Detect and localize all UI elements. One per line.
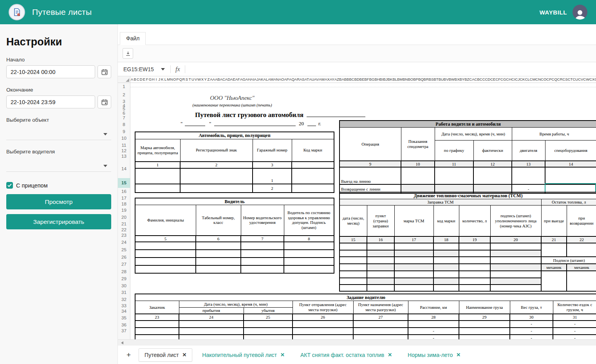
column-letter[interactable]: CV bbox=[578, 76, 583, 83]
column-letter[interactable]: CS bbox=[563, 76, 568, 83]
form-cell[interactable] bbox=[241, 242, 284, 250]
form-cell[interactable] bbox=[284, 265, 334, 273]
form-cell[interactable] bbox=[541, 243, 567, 257]
column-letter[interactable]: AM bbox=[268, 76, 273, 83]
form-cell[interactable] bbox=[340, 278, 367, 285]
form-cell[interactable] bbox=[367, 243, 394, 250]
form-cell[interactable] bbox=[241, 265, 284, 273]
horizontal-scrollbar[interactable] bbox=[118, 339, 596, 346]
form-cell[interactable] bbox=[244, 321, 293, 328]
column-letter[interactable]: CI bbox=[511, 76, 515, 83]
column-letter[interactable]: AH bbox=[246, 76, 251, 83]
form-cell[interactable] bbox=[433, 250, 459, 257]
column-letter[interactable]: CJ bbox=[515, 76, 520, 83]
column-letter[interactable]: BR bbox=[424, 76, 429, 83]
row-header[interactable]: 16 bbox=[118, 188, 130, 195]
form-cell[interactable] bbox=[284, 242, 334, 250]
form-cell[interactable] bbox=[367, 278, 394, 285]
column-letter[interactable]: BC bbox=[349, 76, 354, 83]
column-letter[interactable]: CB bbox=[475, 76, 480, 83]
column-letter[interactable]: AE bbox=[230, 76, 235, 83]
end-date-calendar-button[interactable] bbox=[98, 96, 111, 108]
form-cell[interactable] bbox=[353, 328, 408, 335]
column-letter[interactable]: AC bbox=[220, 76, 225, 83]
start-date-input[interactable] bbox=[6, 65, 95, 78]
row-header[interactable]: 22 bbox=[118, 227, 130, 232]
form-cell[interactable] bbox=[293, 335, 353, 339]
column-letter[interactable]: CL bbox=[525, 76, 529, 83]
column-letter[interactable]: AI bbox=[251, 76, 254, 83]
column-letter[interactable]: BS bbox=[429, 76, 434, 83]
form-cell[interactable] bbox=[433, 278, 459, 285]
row-header[interactable]: 19 bbox=[118, 207, 130, 214]
column-letter[interactable]: X bbox=[201, 76, 204, 83]
form-cell[interactable] bbox=[433, 243, 459, 250]
row-header[interactable]: 28 bbox=[118, 268, 130, 275]
start-date-calendar-button[interactable] bbox=[98, 65, 111, 78]
form-cell[interactable] bbox=[367, 271, 394, 278]
end-date-input[interactable] bbox=[6, 96, 95, 108]
form-cell[interactable] bbox=[459, 285, 490, 291]
form-cell[interactable] bbox=[340, 271, 367, 278]
register-button[interactable]: Зарегистрировать bbox=[6, 214, 111, 229]
column-letter[interactable]: CU bbox=[573, 76, 578, 83]
column-letter[interactable]: AS bbox=[300, 76, 305, 83]
column-letter[interactable]: BT bbox=[434, 76, 439, 83]
form-cell[interactable] bbox=[490, 271, 541, 278]
form-cell[interactable] bbox=[433, 271, 459, 278]
row-header[interactable]: 1 bbox=[118, 83, 130, 90]
row-header[interactable]: 25 bbox=[118, 246, 130, 254]
form-cell[interactable] bbox=[135, 250, 196, 258]
form-cell[interactable] bbox=[459, 321, 510, 328]
column-letter[interactable]: P bbox=[176, 76, 179, 83]
form-cell[interactable] bbox=[394, 264, 433, 271]
form-cell[interactable] bbox=[135, 335, 179, 339]
sheet-tab-akt[interactable]: АКТ снятия факт. остатка топлив ✕ bbox=[294, 348, 398, 362]
column-letter[interactable]: CK bbox=[520, 76, 525, 83]
column-letter[interactable]: K bbox=[161, 76, 164, 83]
column-letter[interactable]: N bbox=[170, 76, 173, 83]
row-header[interactable]: 23 bbox=[118, 232, 130, 239]
row-header[interactable]: 36 bbox=[118, 321, 130, 328]
column-letter[interactable]: BZ bbox=[464, 76, 469, 83]
object-select[interactable] bbox=[6, 128, 111, 140]
form-cell[interactable] bbox=[473, 167, 512, 184]
form-cell[interactable] bbox=[340, 264, 367, 271]
form-cell[interactable] bbox=[284, 250, 334, 258]
tab-close-icon[interactable]: ✕ bbox=[280, 352, 285, 358]
column-letter[interactable]: F bbox=[146, 76, 149, 83]
row-header[interactable]: 18 bbox=[118, 202, 130, 207]
row-header[interactable]: 6 bbox=[118, 111, 130, 115]
column-letter[interactable]: AW bbox=[319, 76, 325, 83]
form-cell[interactable] bbox=[459, 257, 490, 264]
form-cell[interactable] bbox=[367, 250, 394, 257]
file-menu-tab[interactable]: Файл bbox=[120, 32, 146, 45]
form-cell[interactable] bbox=[459, 278, 490, 285]
column-letter[interactable]: CW bbox=[583, 76, 589, 83]
row-header[interactable]: 20 bbox=[118, 214, 130, 221]
form-cell[interactable] bbox=[490, 285, 541, 291]
form-cell[interactable] bbox=[459, 250, 490, 257]
form-cell[interactable] bbox=[340, 250, 367, 257]
row-headers[interactable]: 1234567891011121314151617181920212223242… bbox=[118, 83, 130, 339]
form-cell[interactable] bbox=[459, 335, 510, 339]
form-cell[interactable] bbox=[459, 243, 490, 250]
row-header[interactable]: 10 bbox=[118, 135, 130, 142]
form-cell[interactable] bbox=[490, 278, 541, 285]
row-header[interactable]: 11 bbox=[118, 142, 130, 149]
form-cell[interactable] bbox=[340, 285, 367, 291]
column-letter[interactable]: BD bbox=[354, 76, 359, 83]
column-letter[interactable]: BQ bbox=[418, 76, 424, 83]
column-letter[interactable]: I bbox=[155, 76, 158, 83]
column-letter[interactable]: E bbox=[143, 76, 146, 83]
row-header[interactable]: 32 bbox=[118, 296, 130, 303]
column-letter[interactable]: CO bbox=[541, 76, 546, 83]
form-cell[interactable] bbox=[394, 278, 433, 285]
column-letter[interactable]: R bbox=[182, 76, 185, 83]
form-cell[interactable] bbox=[180, 168, 253, 184]
column-letter[interactable]: G bbox=[149, 76, 152, 83]
form-cell[interactable] bbox=[567, 271, 596, 291]
form-cell[interactable] bbox=[353, 335, 408, 339]
column-letter[interactable]: BV bbox=[444, 76, 449, 83]
form-cell[interactable]: 1 bbox=[253, 168, 292, 184]
